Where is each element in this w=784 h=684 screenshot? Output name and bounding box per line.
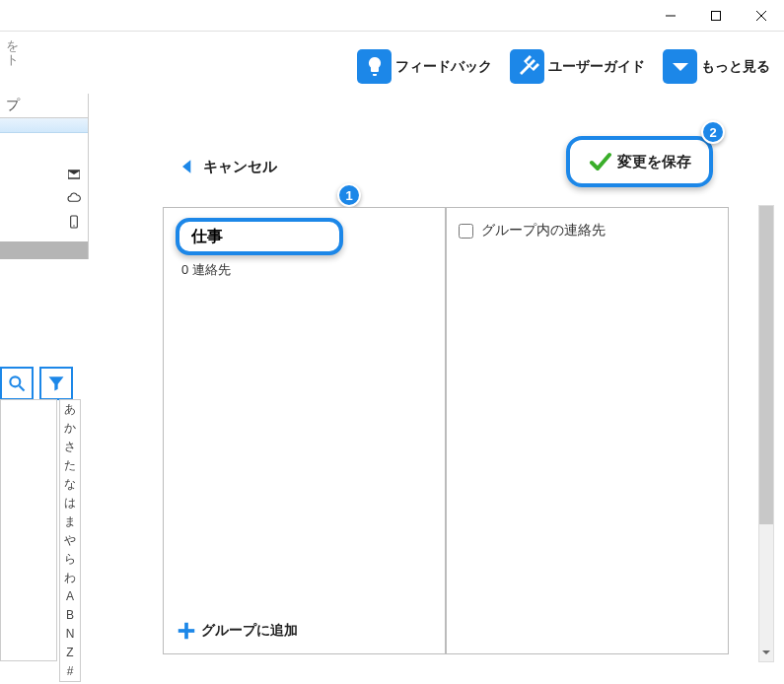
callout-badge-1: 1 [337,183,361,207]
add-to-group-button[interactable]: グループに追加 [176,620,298,642]
search-filter-row [0,367,73,400]
source-icons-row [0,163,88,186]
index-char[interactable]: ら [60,550,80,569]
grey-divider-row [0,241,88,259]
index-char[interactable]: N [60,625,80,644]
cloud-icon [66,190,82,206]
feedback-label: フィードバック [395,58,492,76]
truncated-left-text: を ト [0,39,24,67]
maximize-button[interactable] [693,0,739,32]
feedback-button[interactable]: フィードバック [357,49,492,84]
callout-badge-2: 2 [701,120,725,144]
tools-icon [510,49,544,84]
group-name-input[interactable] [176,218,343,255]
index-char[interactable]: Z [60,644,80,662]
funnel-icon [46,374,66,393]
search-icon [7,374,27,393]
chevron-down-icon [663,49,697,84]
index-char[interactable]: は [60,494,80,513]
index-char[interactable]: な [60,475,80,494]
svg-rect-0 [666,15,676,16]
group-edit-panels: 0 連絡先 グループに追加 グループ内の連絡先 [163,207,729,654]
index-char[interactable]: # [60,662,80,681]
check-icon [588,150,611,173]
chevron-left-icon [178,156,197,177]
cancel-label: キャンセル [203,158,277,176]
svg-rect-9 [178,629,195,633]
close-button[interactable] [739,0,784,32]
contact-list-fragment [0,399,57,661]
index-char[interactable]: さ [60,438,80,456]
source-icons-row [0,186,88,210]
filter-button[interactable] [39,367,73,400]
contacts-in-group-checkbox[interactable]: グループ内の連絡先 [459,222,716,239]
trunc-line: を [6,39,24,53]
svg-point-6 [10,376,20,386]
header-toolbar: フィードバック ユーザーガイド もっと見る [0,32,784,94]
plus-icon [176,620,197,642]
svg-rect-1 [712,11,721,20]
minimize-button[interactable] [648,0,693,32]
cancel-button[interactable]: キャンセル [178,156,277,177]
more-label: もっと見る [701,58,770,76]
group-contacts-panel: グループ内の連絡先 [446,207,729,654]
index-char[interactable]: B [60,606,80,625]
group-label-fragment: プ [0,94,88,118]
search-button[interactable] [0,367,34,400]
index-char[interactable]: か [60,419,80,438]
user-guide-button[interactable]: ユーザーガイド [510,49,645,84]
source-icons-row [0,210,88,234]
selected-group-row[interactable] [0,118,88,133]
save-changes-button[interactable]: 変更を保存 [566,136,713,187]
scrollbar-thumb[interactable] [759,206,773,524]
alpha-index[interactable]: あ か さ た な は ま や ら わ A B N Z # [59,399,81,682]
index-char[interactable]: た [60,456,80,475]
trunc-line: ト [6,53,24,67]
scroll-down-arrow[interactable] [758,645,774,660]
checkbox-input[interactable] [459,224,473,239]
more-button[interactable]: もっと見る [663,49,770,84]
save-label: 変更を保存 [617,153,691,171]
lightbulb-icon [357,49,392,84]
left-sidebar-fragment: プ [0,94,89,259]
index-char[interactable]: わ [60,569,80,587]
contacts-count: 0 連絡先 [181,261,433,279]
phone-icon [66,214,82,230]
add-to-group-label: グループに追加 [201,622,298,640]
svg-line-7 [20,386,25,391]
index-char[interactable]: あ [60,400,80,419]
main-edit-area: キャンセル 変更を保存 1 2 0 連絡先 グループに追加 グループ内の連絡先 [108,128,754,664]
svg-point-5 [73,225,74,226]
index-char[interactable]: や [60,531,80,550]
index-char[interactable]: A [60,587,80,606]
window-titlebar [0,0,784,32]
user-guide-label: ユーザーガイド [548,58,645,76]
index-char[interactable]: ま [60,513,80,531]
group-name-panel: 0 連絡先 グループに追加 [163,207,446,654]
mail-icon [66,167,82,182]
checkbox-label: グループ内の連絡先 [481,222,606,239]
scrollbar[interactable] [758,205,774,662]
